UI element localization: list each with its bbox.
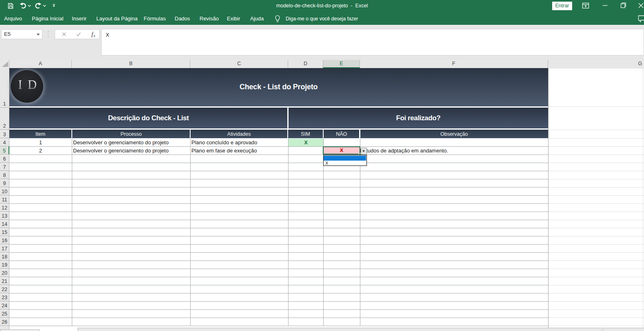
svg-text:x: x [93, 33, 95, 38]
